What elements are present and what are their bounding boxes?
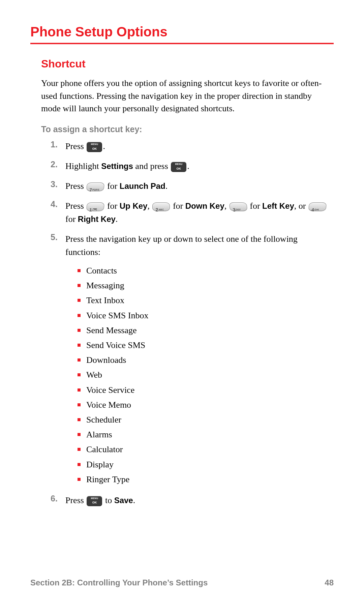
text: , or (294, 201, 308, 211)
text: for (105, 201, 119, 211)
text: for (248, 201, 262, 211)
list-item: Downloads (78, 353, 334, 368)
text: to (103, 495, 114, 505)
step-body: Press 7PQRS for Launch Pad. (65, 179, 334, 193)
list-item: Ringer Type (78, 472, 334, 487)
text: , (224, 201, 229, 211)
step-number: 1. (51, 140, 65, 149)
text: Press (65, 201, 86, 211)
step-6: 6. Press to Save. (51, 494, 334, 507)
step-2: 2. Highlight Settings and press . (51, 160, 334, 173)
footer-section: Section 2B: Controlling Your Phone’s Set… (30, 578, 208, 587)
text: and press (133, 161, 170, 171)
task-label: To assign a shortcut key: (41, 124, 334, 134)
bold-text: Left Key (262, 201, 294, 210)
text: Press the navigation key up or down to s… (65, 234, 298, 257)
page-title: Phone Setup Options (30, 24, 334, 44)
text: . (103, 141, 105, 151)
key-2-icon: 2ABC (152, 202, 170, 211)
text: for (65, 214, 78, 224)
text: Press (65, 181, 86, 191)
text: for (171, 201, 185, 211)
step-5: 5. Press the navigation key up or down t… (51, 232, 334, 487)
list-item: Voice SMS Inbox (78, 308, 334, 323)
text: Press (65, 141, 86, 151)
list-item: Calculator (78, 442, 334, 457)
steps-list: 1. Press . 2. Highlight Settings and pre… (51, 140, 334, 507)
text: . (187, 161, 189, 171)
list-item: Web (78, 368, 334, 382)
list-item: Voice Memo (78, 398, 334, 412)
step-body: Press to Save. (65, 494, 334, 507)
step-1: 1. Press . (51, 140, 334, 153)
text: , (147, 201, 152, 211)
step-body: Press 1 for Up Key, 2ABC for Down Key, 3… (65, 199, 334, 226)
page-number: 48 (325, 578, 334, 587)
intro-paragraph: Your phone offers you the option of assi… (41, 77, 330, 115)
step-number: 5. (51, 232, 65, 242)
step-3: 3. Press 7PQRS for Launch Pad. (51, 179, 334, 193)
list-item: Text Inbox (78, 293, 334, 308)
list-item: Voice Service (78, 383, 334, 398)
key-1-icon: 1 (86, 202, 105, 211)
menu-ok-key-icon (171, 162, 186, 172)
list-item: Send Message (78, 323, 334, 338)
bold-text: Save (114, 496, 133, 505)
key-7-icon: 7PQRS (86, 182, 105, 191)
bold-text: Settings (101, 162, 133, 171)
list-item: Alarms (78, 427, 334, 442)
text: . (165, 181, 168, 191)
step-4: 4. Press 1 for Up Key, 2ABC for Down Key… (51, 199, 334, 226)
bold-text: Launch Pad (120, 181, 165, 191)
text: . (133, 495, 135, 505)
menu-ok-key-icon (87, 496, 102, 506)
step-body: Highlight Settings and press . (65, 160, 334, 173)
bold-text: Right Key (78, 214, 116, 224)
list-item: Contacts (78, 263, 334, 278)
key-4-icon: 4GHI (308, 202, 327, 211)
step-number: 6. (51, 494, 65, 503)
bold-text: Up Key (120, 201, 148, 210)
step-number: 4. (51, 199, 65, 209)
list-item: Messaging (78, 278, 334, 293)
step-body: Press the navigation key up or down to s… (65, 232, 334, 487)
page-footer: Section 2B: Controlling Your Phone’s Set… (30, 578, 334, 587)
step-body: Press . (65, 140, 334, 153)
section-heading: Shortcut (41, 58, 334, 70)
text: Press (65, 495, 86, 505)
key-3-icon: 3DEF (229, 202, 247, 211)
list-item: Scheduler (78, 412, 334, 427)
text: for (105, 181, 119, 191)
list-item: Display (78, 457, 334, 472)
step-number: 3. (51, 179, 65, 189)
text: Highlight (65, 161, 101, 171)
functions-list: Contacts Messaging Text Inbox Voice SMS … (78, 263, 334, 487)
step-number: 2. (51, 160, 65, 169)
text: . (116, 214, 118, 224)
list-item: Send Voice SMS (78, 338, 334, 353)
bold-text: Down Key (185, 201, 224, 210)
menu-ok-key-icon (87, 142, 102, 152)
